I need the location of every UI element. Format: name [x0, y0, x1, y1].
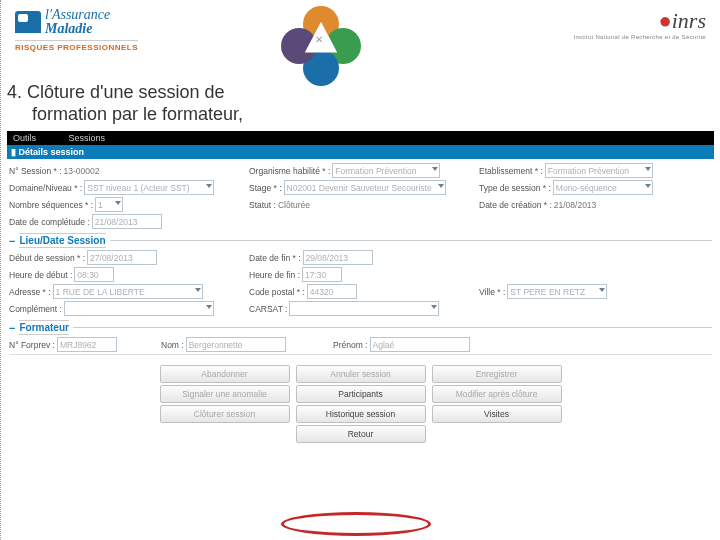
select-domaine[interactable] — [84, 180, 214, 195]
select-ville[interactable] — [507, 284, 607, 299]
val-statut: Clôturée — [278, 200, 310, 210]
btn-modifier-apres-cloture[interactable]: Modifier après clôture — [432, 385, 562, 403]
menu-sessions[interactable]: Sessions — [69, 133, 106, 143]
slide-title-line1: Clôture d'une session de — [27, 82, 225, 102]
lbl-adresse: Adresse * : — [9, 287, 51, 297]
app-window: Outils Sessions ▮ Détails session N° Ses… — [7, 131, 714, 449]
lbl-num-session: N° Session * : — [9, 166, 62, 176]
center-flower-icon — [281, 6, 361, 86]
input-nom[interactable] — [186, 337, 286, 352]
highlight-circle — [281, 512, 431, 536]
inrs-text: inrs — [672, 8, 706, 33]
toggle-formateur-section[interactable]: − — [9, 322, 15, 334]
am-icon — [15, 11, 41, 33]
input-date-fin[interactable] — [303, 250, 373, 265]
section-formateur-title: Formateur — [19, 320, 68, 335]
select-carsat[interactable] — [289, 301, 439, 316]
input-date-completude[interactable] — [92, 214, 162, 229]
brand-bottom: Maladie — [45, 22, 110, 36]
lbl-nom: Nom : — [161, 340, 184, 350]
select-type-session[interactable] — [553, 180, 653, 195]
select-etablissement[interactable] — [545, 163, 653, 178]
logo-inrs: ●inrs Institut National de Recherche et … — [573, 8, 706, 40]
btn-abandonner[interactable]: Abandonner — [160, 365, 290, 383]
btn-annuler-session[interactable]: Annuler session — [296, 365, 426, 383]
lbl-code-postal: Code postal * : — [249, 287, 305, 297]
lbl-organisme: Organisme habilité * : — [249, 166, 330, 176]
input-code-postal[interactable] — [307, 284, 357, 299]
input-num-forprev[interactable] — [57, 337, 117, 352]
val-date-creation: 21/08/2013 — [554, 200, 597, 210]
section-lieu-title: Lieu/Date Session — [19, 233, 105, 248]
lbl-stage: Stage * : — [249, 183, 282, 193]
lbl-ville: Ville * : — [479, 287, 505, 297]
lbl-date-fin: Date de fin * : — [249, 253, 301, 263]
btn-participants[interactable]: Participants — [296, 385, 426, 403]
lbl-num-forprev: N° Forprev : — [9, 340, 55, 350]
lbl-complement: Complément : — [9, 304, 62, 314]
btn-enregistrer[interactable]: Enregistrer — [432, 365, 562, 383]
lbl-type-session: Type de session * : — [479, 183, 551, 193]
toggle-lieu-section[interactable]: − — [9, 235, 15, 247]
lbl-date-completude: Date de complétude : — [9, 217, 90, 227]
lbl-debut-session: Début de session * : — [9, 253, 85, 263]
lbl-prenom: Prénom : — [333, 340, 368, 350]
val-num-session: 13-00002 — [64, 166, 100, 176]
slide-title: 4. Clôture d'une session de formation pa… — [1, 80, 720, 129]
lbl-etablissement: Etablissement * : — [479, 166, 543, 176]
btn-signaler-anomalie[interactable]: Signaler une anomalie — [160, 385, 290, 403]
input-adresse[interactable] — [53, 284, 203, 299]
input-heure-fin[interactable] — [302, 267, 342, 282]
select-nb-sequences[interactable] — [95, 197, 123, 212]
btn-retour[interactable]: Retour — [296, 425, 426, 443]
lbl-carsat: CARSAT : — [249, 304, 287, 314]
lbl-heure-fin: Heure de fin : — [249, 270, 300, 280]
input-debut-session[interactable] — [87, 250, 157, 265]
input-complement[interactable] — [64, 301, 214, 316]
input-prenom[interactable] — [370, 337, 470, 352]
btn-visites[interactable]: Visites — [432, 405, 562, 423]
btn-cloturer-session[interactable]: Clôturer session — [160, 405, 290, 423]
select-stage[interactable] — [284, 180, 446, 195]
slide-title-line2: formation par le formateur, — [32, 104, 243, 124]
action-buttons: Abandonner Annuler session Enregistrer S… — [146, 365, 576, 443]
brand-top: l'Assurance — [45, 8, 110, 22]
select-organisme[interactable] — [332, 163, 440, 178]
lbl-date-creation: Date de création * : — [479, 200, 552, 210]
logo-assurance-maladie: l'Assurance Maladie RISQUES PROFESSIONNE… — [15, 8, 138, 52]
slide-number: 4. — [7, 82, 22, 102]
lbl-domaine: Domaine/Niveau * : — [9, 183, 82, 193]
lbl-nb-sequences: Nombre séquences * : — [9, 200, 93, 210]
menubar: Outils Sessions — [7, 131, 714, 145]
btn-historique-session[interactable]: Historique session — [296, 405, 426, 423]
lbl-heure-debut: Heure de début : — [9, 270, 72, 280]
inrs-subtitle: Institut National de Recherche et de Séc… — [573, 34, 706, 40]
brand-subtitle: RISQUES PROFESSIONNELS — [15, 40, 138, 52]
panel-details-title: ▮ Détails session — [7, 145, 714, 159]
menu-outils[interactable]: Outils — [13, 133, 36, 143]
input-heure-debut[interactable] — [74, 267, 114, 282]
lbl-statut: Statut : — [249, 200, 276, 210]
